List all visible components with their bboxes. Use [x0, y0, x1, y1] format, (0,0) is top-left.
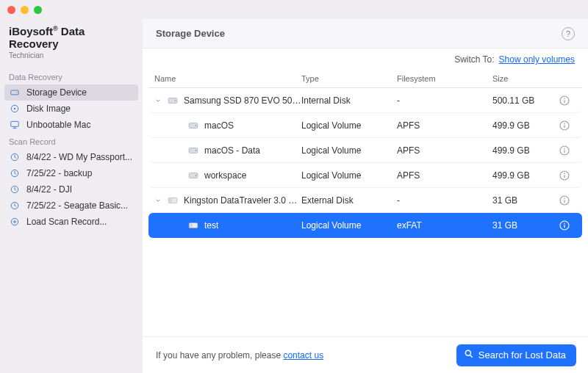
col-size[interactable]: Size — [492, 74, 559, 83]
traffic-lights — [7, 6, 42, 14]
info-icon[interactable] — [559, 170, 570, 181]
cell-filesystem: - — [397, 95, 492, 106]
disk-image-icon — [9, 103, 21, 115]
clock-icon — [9, 184, 21, 195]
sidebar-item-label: 8/4/22 - WD My Passport... — [26, 152, 134, 162]
sidebar-item[interactable]: Load Scan Record... — [4, 214, 138, 230]
info-icon[interactable] — [559, 195, 570, 206]
cell-size: 500.11 GB — [492, 95, 559, 106]
cell-name: macOS — [154, 120, 301, 131]
plus-icon — [9, 216, 21, 228]
ext-icon — [187, 220, 200, 231]
sidebar-section-label: Data Recovery — [0, 68, 143, 84]
ext-icon — [166, 195, 179, 206]
cell-name: test — [154, 220, 301, 231]
sidebar-item-label: 7/25/22 - Seagate Basic... — [26, 200, 134, 211]
search-for-lost-data-button[interactable]: Search for Lost Data — [456, 344, 576, 366]
contact-link[interactable]: contact us — [283, 350, 323, 361]
cell-name: Samsung SSD 870 EVO 500GB... — [154, 95, 301, 106]
clock-icon — [9, 167, 21, 179]
cell-type: External Disk — [301, 195, 397, 206]
main-header: Storage Device ? — [143, 19, 588, 48]
drive-icon — [9, 87, 21, 98]
hdd-icon — [187, 170, 200, 181]
cell-name: macOS - Data — [154, 145, 301, 156]
switch-label: Switch To: — [454, 54, 494, 65]
table-row[interactable]: Samsung SSD 870 EVO 500GB... Internal Di… — [148, 88, 582, 113]
clock-icon — [9, 151, 21, 163]
row-name: Samsung SSD 870 EVO 500GB... — [184, 95, 301, 106]
clock-icon — [9, 200, 21, 211]
col-name[interactable]: Name — [154, 74, 301, 83]
table-row[interactable]: workspace Logical Volume APFS 499.9 GB — [148, 163, 582, 188]
sidebar-item-label: Unbootable Mac — [26, 120, 134, 130]
chevron-down-icon[interactable] — [154, 97, 162, 104]
cell-size: 499.9 GB — [492, 170, 559, 181]
main-panel: Storage Device ? Switch To: Show only vo… — [143, 19, 588, 373]
cell-type: Logical Volume — [301, 120, 397, 131]
info-icon[interactable] — [559, 120, 570, 131]
cell-type: Logical Volume — [301, 170, 397, 181]
sidebar-item[interactable]: 7/25/22 - backup — [4, 165, 138, 181]
cell-filesystem: - — [397, 195, 492, 206]
page-title: Storage Device — [156, 28, 225, 39]
footer-text: If you have any problem, please contact … — [156, 350, 323, 361]
sidebar: iBoysoft® Data Recovery Technician Data … — [0, 19, 143, 373]
sidebar-section-label: Scan Record — [0, 133, 143, 149]
svg-line-1 — [470, 355, 472, 357]
cell-filesystem: APFS — [397, 170, 492, 181]
sidebar-item[interactable]: Unbootable Mac — [4, 117, 138, 133]
sidebar-item[interactable]: Storage Device — [4, 84, 138, 101]
hdd-icon — [187, 120, 200, 131]
fullscreen-window-button[interactable] — [34, 6, 42, 14]
search-icon — [464, 349, 474, 361]
footer: If you have any problem, please contact … — [143, 336, 588, 373]
sidebar-item-label: 7/25/22 - backup — [26, 168, 134, 178]
cell-filesystem: APFS — [397, 120, 492, 131]
minimize-window-button[interactable] — [21, 6, 29, 14]
cell-size: 31 GB — [492, 195, 559, 206]
sidebar-item-label: Storage Device — [26, 87, 134, 98]
sidebar-item[interactable]: 8/4/22 - DJI — [4, 181, 138, 198]
chevron-down-icon[interactable] — [154, 197, 162, 204]
cell-size: 31 GB — [492, 220, 559, 231]
hdd-icon — [166, 95, 179, 106]
cell-name: workspace — [154, 170, 301, 181]
hdd-icon — [187, 145, 200, 156]
table-row[interactable]: Kingston DataTraveler 3.0 Media External… — [148, 188, 582, 213]
sidebar-item[interactable]: 7/25/22 - Seagate Basic... — [4, 198, 138, 214]
sidebar-item-label: Disk Image — [26, 104, 134, 114]
sidebar-item[interactable]: 8/4/22 - WD My Passport... — [4, 149, 138, 165]
brand-subtitle: Technician — [0, 51, 143, 68]
sidebar-item-label: Load Scan Record... — [26, 217, 134, 227]
row-name: test — [204, 220, 218, 231]
brand-title: iBoysoft® Data Recovery — [0, 21, 143, 51]
row-name: macOS — [204, 120, 234, 131]
help-button[interactable]: ? — [562, 27, 575, 40]
info-icon[interactable] — [559, 145, 570, 156]
cell-name: Kingston DataTraveler 3.0 Media — [154, 195, 301, 206]
col-type[interactable]: Type — [301, 74, 397, 83]
window-titlebar — [0, 0, 588, 19]
row-name: workspace — [204, 170, 246, 181]
switch-link[interactable]: Show only volumes — [499, 54, 575, 65]
monitor-icon — [9, 119, 21, 131]
svg-point-0 — [465, 350, 470, 355]
cell-size: 499.9 GB — [492, 120, 559, 131]
row-name: Kingston DataTraveler 3.0 Media — [184, 195, 301, 206]
cell-type: Logical Volume — [301, 145, 397, 156]
close-window-button[interactable] — [7, 6, 15, 14]
cell-filesystem: exFAT — [397, 220, 492, 231]
cell-filesystem: APFS — [397, 145, 492, 156]
info-icon[interactable] — [559, 95, 570, 106]
subheader: Switch To: Show only volumes — [143, 48, 588, 69]
sidebar-item[interactable]: Disk Image — [4, 101, 138, 117]
info-icon[interactable] — [559, 220, 570, 231]
table-row[interactable]: test Logical Volume exFAT 31 GB — [148, 213, 582, 238]
col-filesystem[interactable]: Filesystem — [397, 74, 492, 83]
table-row[interactable]: macOS Logical Volume APFS 499.9 GB — [148, 113, 582, 138]
cell-type: Logical Volume — [301, 220, 397, 231]
cell-type: Internal Disk — [301, 95, 397, 106]
table-header: Name Type Filesystem Size — [148, 69, 582, 88]
table-row[interactable]: macOS - Data Logical Volume APFS 499.9 G… — [148, 138, 582, 163]
